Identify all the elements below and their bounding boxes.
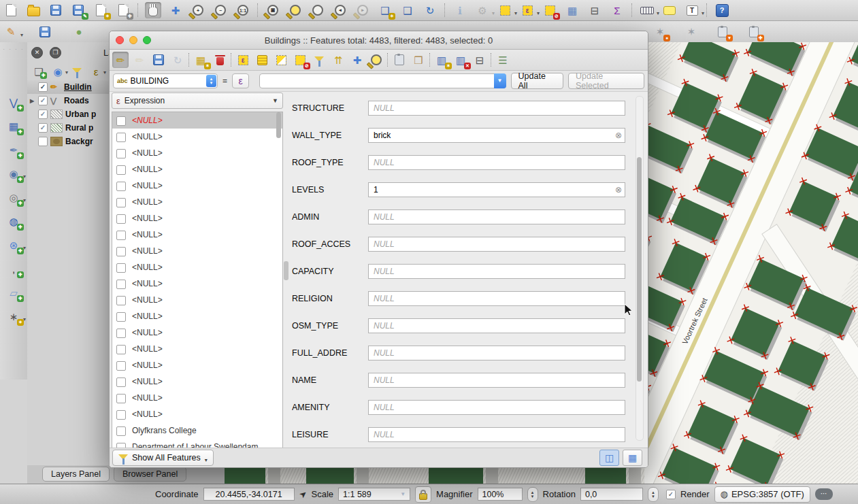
clear-value-icon[interactable]: ⊗ <box>615 131 622 140</box>
book-add-icon[interactable]: ✚ <box>746 24 762 40</box>
layer-item-roads[interactable]: ▶✓⋁Roads <box>27 94 111 107</box>
zoom-full-icon[interactable]: ▣ <box>265 2 281 18</box>
value-checkbox[interactable] <box>116 394 126 403</box>
save-edits-icon[interactable] <box>150 52 167 68</box>
select-by-expression-icon[interactable]: ε <box>235 52 251 68</box>
value-list-item[interactable]: <NULL> <box>112 406 282 422</box>
zoom-out-icon[interactable]: − <box>212 2 229 18</box>
field-input-name[interactable]: NULL <box>368 373 625 388</box>
zoom-next-icon[interactable]: ▸ <box>354 2 371 18</box>
new-field-icon[interactable]: ▥✶ <box>433 52 450 68</box>
field-input-structure[interactable]: NULL <box>368 101 625 116</box>
clear-value-icon[interactable]: ⊗ <box>615 185 622 195</box>
field-input-roof_type[interactable]: NULL <box>368 155 625 170</box>
show-bookmarks-icon[interactable]: ❑ <box>399 2 416 18</box>
value-checkbox[interactable] <box>116 116 126 126</box>
add-postgis-layer-icon[interactable]: ◉✚ <box>5 165 22 182</box>
rotation-stepper[interactable]: ▲▼ <box>648 487 659 502</box>
delete-selected-icon[interactable] <box>212 52 228 68</box>
paste-features-icon[interactable]: ❒ <box>410 52 427 68</box>
crs-button[interactable]: ◍ EPSG:3857 (OTF) <box>714 486 810 503</box>
add-delimited-text-layer-icon[interactable]: ,✚ <box>5 261 22 277</box>
splitter-handle[interactable] <box>284 261 288 280</box>
new-print-composer-icon[interactable]: ✶ <box>93 2 109 18</box>
value-list-item[interactable]: <NULL> <box>112 226 282 243</box>
zoom-to-selection-icon[interactable] <box>287 2 303 18</box>
close-panel-icon[interactable]: ✕ <box>31 47 43 58</box>
tab-layers-panel[interactable]: Layers Panel <box>42 467 110 482</box>
magnifier-input[interactable]: 100% <box>478 488 523 501</box>
filter-select-icon[interactable] <box>311 52 327 68</box>
map-canvas[interactable]: Kerk StreetVoortrek Street <box>644 42 858 484</box>
plugin-tool-icon[interactable]: ● <box>71 24 87 40</box>
delete-field-icon[interactable]: ▥✕ <box>452 52 469 68</box>
field-input-roof_acces[interactable]: NULL <box>368 237 625 252</box>
layer-visibility-checkbox[interactable] <box>38 137 48 146</box>
render-checkbox[interactable]: ✓ <box>666 490 676 499</box>
layer-item-buildin[interactable]: ✓✏Buildin <box>27 80 111 94</box>
minimize-window-icon[interactable] <box>129 36 137 44</box>
value-checkbox[interactable] <box>116 329 126 338</box>
layer-item-ruralp[interactable]: ✓Rural p <box>27 121 111 135</box>
expression-input[interactable]: ▼ <box>259 73 506 88</box>
table-view-button[interactable]: ▦ <box>623 450 642 466</box>
coordinate-input[interactable]: 20.4455,-34.0171 <box>203 488 295 501</box>
zoom-to-layer-icon[interactable] <box>310 2 326 18</box>
field-input-full_addre[interactable]: NULL <box>368 346 625 360</box>
field-input-wall_type[interactable]: brick⊗ <box>368 128 625 143</box>
value-checkbox[interactable] <box>116 361 126 371</box>
update-selected-button[interactable]: Update Selected <box>568 73 644 89</box>
messages-button[interactable]: ⋯ <box>815 488 833 500</box>
expression-builder-button[interactable]: ε <box>232 73 249 88</box>
field-calculator-icon[interactable]: ⊟ <box>472 52 488 68</box>
pan-map-icon[interactable] <box>145 2 161 18</box>
field-input-levels[interactable]: 1⊗ <box>368 182 625 197</box>
filter-legend-icon[interactable] <box>71 65 83 78</box>
close-window-icon[interactable] <box>116 36 124 44</box>
field-input-admin[interactable]: NULL <box>368 209 625 224</box>
value-checkbox[interactable] <box>116 345 126 354</box>
copy-features-icon[interactable] <box>391 52 408 68</box>
show-all-features-button[interactable]: Show All Features ▾ <box>112 450 214 466</box>
layer-item-urbanp[interactable]: ✓Urban p <box>27 107 111 121</box>
value-list-item[interactable]: <NULL> <box>112 292 282 308</box>
value-checkbox[interactable] <box>116 247 126 256</box>
value-checkbox[interactable] <box>116 410 126 420</box>
value-list-item[interactable]: <NULL> <box>112 178 282 194</box>
dialog-title-bar[interactable]: Buildings :: Features total: 4483, filte… <box>110 31 648 50</box>
value-list-item[interactable]: <NULL> <box>112 259 282 275</box>
value-list-item[interactable]: <NULL> <box>112 275 282 292</box>
value-list-header[interactable]: ε Expression ▼ <box>112 93 283 109</box>
layer-item-backgr[interactable]: Backgr <box>27 135 111 148</box>
conditional-formatting-icon[interactable]: ☰ <box>495 52 511 68</box>
zoom-last-icon[interactable]: ◂ <box>332 2 348 18</box>
zoom-native-icon[interactable]: 1:1 <box>235 2 251 18</box>
deselect-all-icon[interactable]: ⊘ <box>292 52 308 68</box>
toggle-editing-icon[interactable]: ✏ <box>112 52 129 68</box>
pan-to-selected-icon[interactable]: ✚ <box>349 52 365 68</box>
value-checkbox[interactable] <box>116 149 126 158</box>
measure-icon[interactable] <box>639 2 655 18</box>
rotation-input[interactable]: 0,0 <box>580 488 643 501</box>
current-edits-icon[interactable]: ✎ <box>3 24 19 40</box>
move-selection-top-icon[interactable]: ⇈ <box>330 52 346 68</box>
field-combo[interactable]: abc BUILDING ▲▼ <box>113 73 218 88</box>
value-list-item[interactable]: <NULL> <box>112 145 282 161</box>
layer-visibility-checkbox[interactable]: ✓ <box>38 82 48 92</box>
mouse-position-icon[interactable]: ➤ <box>297 488 309 501</box>
add-db-layer-icon[interactable]: ◎✚ <box>5 189 22 205</box>
value-checkbox[interactable] <box>116 182 126 191</box>
float-panel-icon[interactable]: ❐ <box>50 47 61 58</box>
value-list-item[interactable]: <NULL> <box>112 324 282 341</box>
value-checkbox[interactable] <box>116 198 126 207</box>
value-checkbox[interactable] <box>116 231 126 240</box>
manage-visibility-icon[interactable]: ◉ <box>52 65 64 78</box>
value-list-item[interactable]: <NULL> <box>112 194 282 210</box>
new-shapefile-layer-icon[interactable]: ▱✚ <box>5 284 22 301</box>
open-attribute-table-icon[interactable]: ▦ <box>564 2 580 18</box>
reload-icon[interactable]: ↻ <box>169 52 186 68</box>
wand-tool-a-icon[interactable]: ✶● <box>652 24 668 40</box>
scale-lock-button[interactable] <box>415 486 431 503</box>
field-input-capacity[interactable]: NULL <box>368 264 625 279</box>
run-feature-action-icon[interactable]: ⚙ <box>474 2 491 18</box>
